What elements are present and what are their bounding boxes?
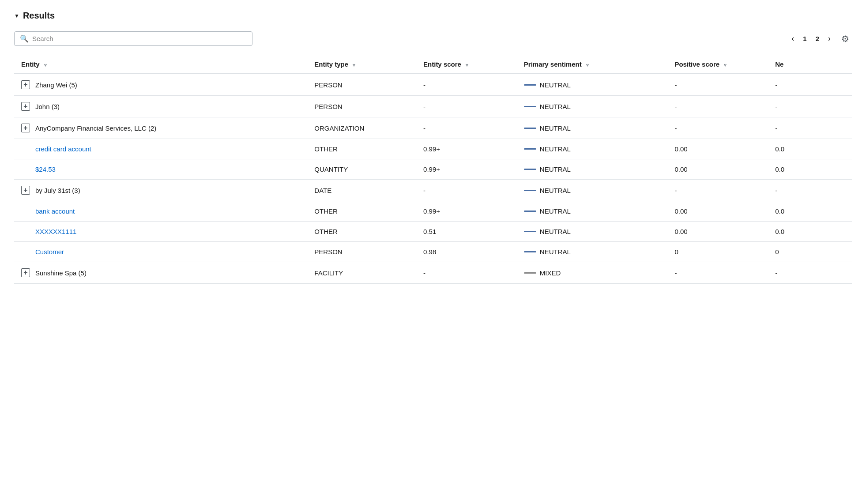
sentiment-label: NEUTRAL (540, 207, 571, 215)
entity-type-cell: QUANTITY (307, 159, 416, 180)
negative-score-cell: 0 (768, 242, 852, 262)
positive-score-cell: - (667, 117, 768, 139)
table-row: +Zhang Wei (5)PERSON-NEUTRAL-- (14, 74, 852, 96)
sentiment-bar (524, 84, 536, 86)
score-sort-icon[interactable]: ▿ (466, 62, 468, 68)
page-2-number[interactable]: 2 (813, 34, 822, 43)
primary-sentiment-cell: MIXED (517, 262, 668, 284)
positive-score-cell: - (667, 180, 768, 201)
entity-name: AnyCompany Financial Services, LLC (2) (35, 124, 156, 132)
table-row: XXXXXX1111OTHER0.51NEUTRAL0.000.0 (14, 222, 852, 242)
settings-button[interactable]: ⚙ (839, 33, 852, 45)
entity-link[interactable]: Customer (35, 248, 64, 256)
sentiment-bar (524, 148, 536, 150)
primary-sentiment-cell: NEUTRAL (517, 242, 668, 262)
col-header-type: Entity type ▿ (307, 55, 416, 74)
negative-score-cell: 0.0 (768, 159, 852, 180)
sentiment-bar (524, 231, 536, 232)
sentiment-bar (524, 106, 536, 107)
entity-link[interactable]: credit card account (35, 145, 91, 153)
sentiment-bar (524, 190, 536, 191)
negative-score-cell: - (768, 74, 852, 96)
positive-score-cell: 0.00 (667, 201, 768, 222)
primary-sentiment-cell: NEUTRAL (517, 201, 668, 222)
entity-score-cell: - (416, 262, 517, 284)
collapse-icon[interactable]: ▼ (14, 13, 19, 19)
next-page-button[interactable]: › (825, 33, 833, 44)
search-input[interactable] (32, 35, 247, 42)
positive-score-cell: 0.00 (667, 222, 768, 242)
sentiment-label: NEUTRAL (540, 165, 571, 173)
negative-score-cell: - (768, 180, 852, 201)
entity-score-cell: - (416, 74, 517, 96)
sentiment-bar (524, 128, 536, 129)
primary-sentiment-cell: NEUTRAL (517, 117, 668, 139)
negative-score-cell: - (768, 117, 852, 139)
sentiment-bar (524, 169, 536, 170)
entity-type-cell: OTHER (307, 222, 416, 242)
search-container[interactable]: 🔍 (14, 31, 252, 46)
entity-col: +Zhang Wei (5) (14, 74, 307, 96)
search-icon: 🔍 (20, 34, 29, 43)
results-header: ▼ Results (14, 11, 852, 21)
entity-col: Customer (14, 242, 307, 262)
entity-col: +by July 31st (3) (14, 180, 307, 201)
col-header-neg-score: Ne (768, 55, 852, 74)
table-row: +by July 31st (3)DATE-NEUTRAL-- (14, 180, 852, 201)
prev-page-button[interactable]: ‹ (789, 33, 797, 44)
sentiment-label: NEUTRAL (540, 81, 571, 89)
type-sort-icon[interactable]: ▿ (353, 62, 355, 68)
entity-type-cell: FACILITY (307, 262, 416, 284)
table-row: +John (3)PERSON-NEUTRAL-- (14, 96, 852, 117)
entity-score-cell: 0.99+ (416, 139, 517, 159)
entity-type-cell: PERSON (307, 242, 416, 262)
positive-score-cell: 0 (667, 242, 768, 262)
positive-score-cell: 0.00 (667, 139, 768, 159)
negative-score-cell: 0.0 (768, 139, 852, 159)
entity-link[interactable]: XXXXXX1111 (35, 228, 76, 235)
entity-col: $24.53 (14, 159, 307, 180)
entity-type-cell: DATE (307, 180, 416, 201)
expand-icon[interactable]: + (21, 124, 30, 132)
entity-col: +John (3) (14, 96, 307, 117)
entity-name: Sunshine Spa (5) (35, 269, 87, 277)
expand-icon[interactable]: + (21, 102, 30, 111)
entity-score-cell: 0.51 (416, 222, 517, 242)
entity-link[interactable]: $24.53 (35, 165, 56, 173)
results-table: Entity ▿ Entity type ▿ Entity score ▿ Pr… (14, 55, 852, 284)
expand-icon[interactable]: + (21, 80, 30, 89)
entity-col: +AnyCompany Financial Services, LLC (2) (14, 117, 307, 139)
entity-type-cell: OTHER (307, 139, 416, 159)
primary-sentiment-cell: NEUTRAL (517, 96, 668, 117)
entity-col: +Sunshine Spa (5) (14, 262, 307, 284)
negative-score-cell: 0.0 (768, 201, 852, 222)
primary-sentiment-cell: NEUTRAL (517, 159, 668, 180)
pos-sort-icon[interactable]: ▿ (724, 62, 727, 68)
expand-icon[interactable]: + (21, 186, 30, 195)
table-row: +AnyCompany Financial Services, LLC (2)O… (14, 117, 852, 139)
entity-sort-icon[interactable]: ▿ (44, 62, 47, 68)
sentiment-label: NEUTRAL (540, 248, 571, 256)
entity-link[interactable]: bank account (35, 207, 75, 215)
negative-score-cell: 0.0 (768, 222, 852, 242)
entity-col: XXXXXX1111 (14, 222, 307, 242)
entity-score-cell: 0.99+ (416, 159, 517, 180)
entity-name: by July 31st (3) (35, 187, 80, 194)
expand-icon[interactable]: + (21, 268, 30, 277)
positive-score-cell: - (667, 96, 768, 117)
sentiment-bar (524, 272, 536, 274)
sentiment-sort-icon[interactable]: ▿ (586, 62, 589, 68)
primary-sentiment-cell: NEUTRAL (517, 222, 668, 242)
entity-type-cell: PERSON (307, 74, 416, 96)
entity-col: bank account (14, 201, 307, 222)
col-header-score: Entity score ▿ (416, 55, 517, 74)
table-row: +Sunshine Spa (5)FACILITY-MIXED-- (14, 262, 852, 284)
entity-type-cell: ORGANIZATION (307, 117, 416, 139)
page-1-number[interactable]: 1 (800, 34, 809, 43)
entity-type-cell: OTHER (307, 201, 416, 222)
entity-type-cell: PERSON (307, 96, 416, 117)
pagination-controls: ‹ 1 2 › ⚙ (789, 33, 852, 45)
positive-score-cell: 0.00 (667, 159, 768, 180)
sentiment-label: NEUTRAL (540, 145, 571, 153)
col-header-pos-score: Positive score ▿ (667, 55, 768, 74)
